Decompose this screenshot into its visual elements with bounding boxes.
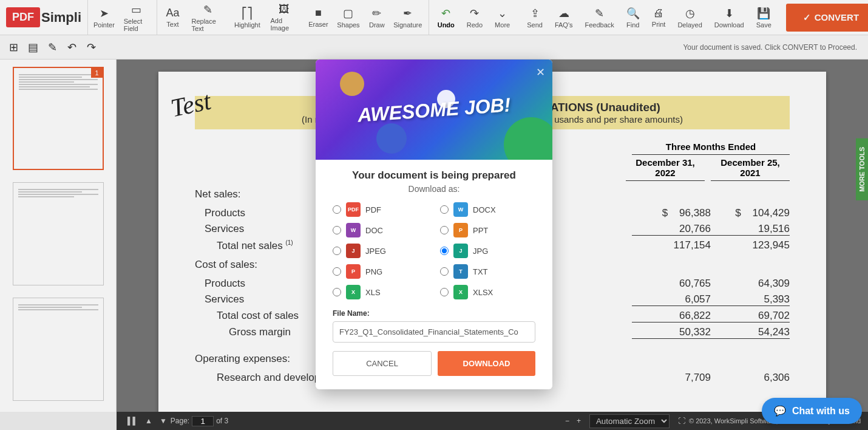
format-xlsx[interactable]: XXLSX [440,285,535,299]
pdf-icon: PDF [346,202,361,217]
xlsx-icon: X [453,285,468,299]
modal-banner: AWESOME JOB! ✕ [316,60,552,160]
format-docx[interactable]: WDOCX [440,202,535,217]
format-jpeg[interactable]: JJPEG [333,244,428,258]
filename-label: File Name: [333,309,535,318]
docx-icon: W [453,202,468,217]
format-xls[interactable]: XXLS [333,285,428,299]
png-icon: P [346,264,361,279]
jpeg-icon: J [346,244,361,258]
jpg-icon: J [453,244,468,258]
filename-input[interactable] [333,321,535,343]
doc-icon: W [346,223,361,237]
format-doc[interactable]: WDOC [333,223,428,237]
chat-icon: 💬 [774,405,786,417]
modal-overlay: AWESOME JOB! ✕ Your document is being pr… [0,0,868,430]
banner-text: AWESOME JOB! [357,95,511,125]
modal-close-button[interactable]: ✕ [536,66,545,79]
ppt-icon: P [453,223,468,237]
modal-heading: Your document is being prepared [333,169,535,182]
format-ppt[interactable]: PPPT [440,223,535,237]
download-confirm-button[interactable]: DOWNLOAD [438,351,535,376]
modal-subheading: Download as: [333,184,535,194]
txt-icon: T [453,264,468,279]
download-modal: AWESOME JOB! ✕ Your document is being pr… [316,60,552,389]
format-grid: PDFPDF WDOCX WDOC PPPT JJPEG JJPG PPNG T… [333,202,535,299]
format-pdf[interactable]: PDFPDF [333,202,428,217]
chat-widget[interactable]: 💬 Chat with us [762,398,862,424]
format-jpg[interactable]: JJPG [440,244,535,258]
format-png[interactable]: PPNG [333,264,428,279]
xls-icon: X [346,285,361,299]
cancel-button[interactable]: CANCEL [333,351,432,376]
format-txt[interactable]: TTXT [440,264,535,279]
